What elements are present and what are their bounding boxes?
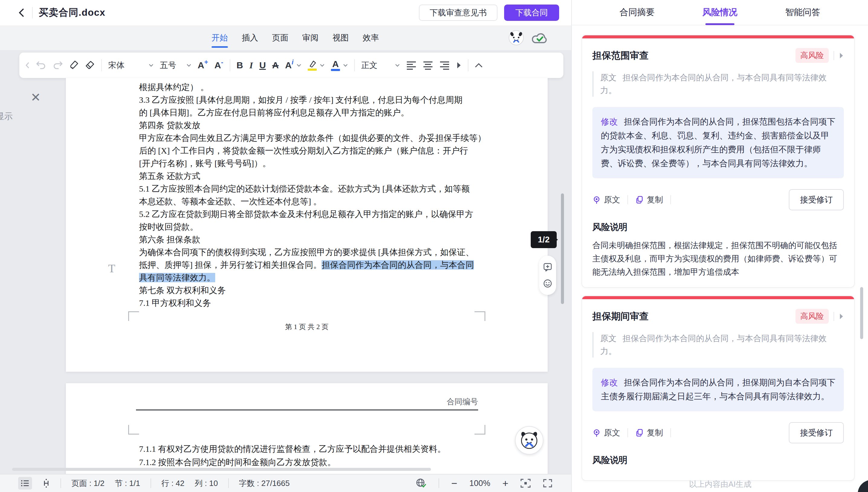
original-clause-quote: 原文担保合同作为本合同的从合同，与本合同具有同等法律效力。 [592, 71, 834, 97]
doc-text-line: 按时收回贷款。 [139, 221, 477, 233]
fullscreen-icon[interactable] [543, 479, 552, 488]
expand-card-icon[interactable] [839, 52, 844, 59]
risk-level-bar [582, 35, 854, 39]
outline-view-button[interactable] [18, 477, 32, 490]
doc-text-line: 7.1 甲方权利和义务 [139, 297, 477, 310]
risk-level-badge: 高风险 [795, 309, 829, 324]
risk-card-title: 担保范围审查 [592, 49, 649, 62]
zoom-out-button[interactable]: − [451, 477, 457, 489]
status-line: 行 : 42 [162, 478, 185, 489]
font-effects-select[interactable]: Ai [285, 60, 301, 70]
emoji-reaction-icon[interactable] [543, 279, 552, 288]
tab-contract-summary[interactable]: 合同摘要 [620, 0, 654, 25]
download-report-button[interactable]: 下载审查意见书 [419, 4, 497, 21]
assistant-mascot-icon[interactable] [509, 30, 524, 46]
toolbar-collapse-left-icon[interactable] [25, 62, 30, 69]
badge-divider [834, 51, 834, 60]
add-comment-icon[interactable] [543, 263, 552, 272]
document-horizontal-scrollbar[interactable] [12, 468, 431, 471]
locate-original-button[interactable]: 原文 [592, 427, 620, 438]
toolbar-separator [101, 59, 102, 71]
fit-page-icon[interactable] [520, 479, 531, 488]
status-separator [150, 478, 151, 488]
doc-text-line: 的 [具体日期]。乙方应在付息日前将应付利息足额存入甲方指定的账户。 [139, 106, 477, 119]
status-separator [60, 478, 61, 488]
undo-button[interactable] [36, 61, 46, 70]
menu-tab-view[interactable]: 视图 [332, 25, 349, 50]
doc-text-line: 为确保本合同项下的债权得到实现，乙方应按照甲方的要求提供 [具体担保方式，如保证… [139, 246, 477, 259]
cloud-sync-status-icon[interactable] [532, 31, 548, 44]
doc-text-line: 本息还款、等额本金还款、一次性还本付息等] 。 [139, 195, 477, 208]
document-page-2[interactable]: 合同编号 7.1.1 有权对乙方使用贷款的情况进行监督检查，乙方应予以配合并提供… [66, 383, 548, 474]
align-center-button[interactable] [423, 61, 433, 70]
toolbar-separator [230, 59, 230, 71]
accept-revision-button[interactable]: 接受修订 [789, 189, 844, 210]
panel-scrollbar[interactable] [860, 287, 863, 339]
copy-icon [635, 196, 644, 204]
collapse-toolbar-button[interactable] [475, 63, 483, 68]
editor-menu-row: 开始 插入 页面 审阅 视图 效率 [0, 25, 571, 50]
risk-card-guarantee-period: 担保期间审查 高风险 原文担保合同作为本合同的从合同，与本合同具有同等法律效力。… [581, 296, 855, 481]
increase-font-button[interactable]: A+ [198, 60, 208, 70]
paragraph-style-select[interactable]: 正文 [361, 60, 400, 71]
editor-menu-tabs: 开始 插入 页面 审阅 视图 效率 [212, 25, 379, 50]
align-right-button[interactable] [440, 61, 450, 70]
expand-card-icon[interactable] [839, 313, 844, 320]
editor-workspace: 宋体 五号 A+ A- B I U A Ai [0, 50, 571, 474]
page-view-button[interactable] [42, 479, 50, 488]
redo-button[interactable] [53, 61, 63, 70]
download-contract-button[interactable]: 下载合同 [504, 4, 559, 21]
margin-mark-icon [474, 425, 486, 435]
accept-revision-button[interactable]: 接受修订 [789, 422, 844, 443]
font-size-select[interactable]: 五号 [160, 60, 191, 71]
action-divider [627, 428, 628, 437]
copy-revision-button[interactable]: 复制 [635, 427, 663, 438]
review-panel: 合同摘要 风险情况 智能问答 担保范围审查 高风险 原文担保合同作为本合 [571, 0, 868, 492]
menu-tab-review[interactable]: 审阅 [302, 25, 319, 50]
status-section: 节 : 1/1 [115, 478, 140, 489]
doc-text-line: 5.1 乙方应按照本合同约定的还款计划偿还贷款本金。还款方式为 [具体还款方式，… [139, 182, 477, 195]
risk-explanation-title: 风险说明 [592, 454, 844, 466]
risk-level-bar [582, 296, 854, 299]
status-separator [228, 478, 229, 488]
locate-original-button[interactable]: 原文 [592, 194, 620, 205]
strikethrough-button[interactable]: A [272, 60, 279, 70]
status-separator [439, 478, 439, 488]
more-tools-button[interactable] [456, 62, 462, 69]
tab-smart-qa[interactable]: 智能问答 [785, 0, 820, 25]
align-left-button[interactable] [406, 61, 417, 70]
zoom-in-button[interactable]: + [502, 477, 509, 489]
risk-level-badge: 高风险 [795, 48, 829, 63]
language-check-icon[interactable] [416, 478, 426, 489]
hint-close-icon[interactable]: ✕ [29, 91, 42, 104]
menu-tab-efficiency[interactable]: 效率 [363, 25, 379, 50]
document-page-1[interactable]: 根据具体约定） 。3.3 乙方应按照 [具体付息周期，如按月 / 按季 / 按年… [66, 78, 548, 372]
status-right-group: − 100% + [416, 477, 552, 489]
menu-tab-page[interactable]: 页面 [272, 25, 288, 50]
assistant-mascot-button[interactable] [515, 426, 543, 454]
chevron-down-icon [395, 64, 400, 67]
bold-button[interactable]: B [237, 60, 243, 70]
revise-label: 修改 [601, 117, 618, 126]
clear-format-eraser-button[interactable] [85, 60, 95, 70]
status-column: 列 : 10 [195, 478, 218, 489]
header-left: 买卖合同.docx [16, 0, 105, 25]
decrease-font-button[interactable]: A- [215, 60, 223, 70]
zoom-level[interactable]: 100% [469, 479, 490, 488]
font-color-select[interactable]: A [331, 60, 348, 71]
risk-card-title: 担保期间审查 [592, 310, 649, 323]
contract-number-line: 合同编号 [136, 396, 478, 411]
underline-button[interactable]: U [259, 60, 266, 70]
revise-label: 修改 [601, 378, 618, 387]
format-painter-button[interactable] [69, 60, 79, 70]
tab-risk-status[interactable]: 风险情况 [702, 0, 738, 25]
italic-button[interactable]: I [249, 60, 253, 70]
highlight-color-select[interactable] [308, 60, 325, 71]
copy-revision-button[interactable]: 复制 [635, 194, 663, 205]
toolbar-separator [468, 59, 468, 71]
document-vertical-scrollbar[interactable] [561, 193, 564, 304]
font-family-select[interactable]: 宋体 [108, 60, 153, 71]
menu-tab-home[interactable]: 开始 [212, 25, 228, 50]
menu-tab-insert[interactable]: 插入 [242, 25, 258, 50]
back-button[interactable] [16, 7, 28, 19]
